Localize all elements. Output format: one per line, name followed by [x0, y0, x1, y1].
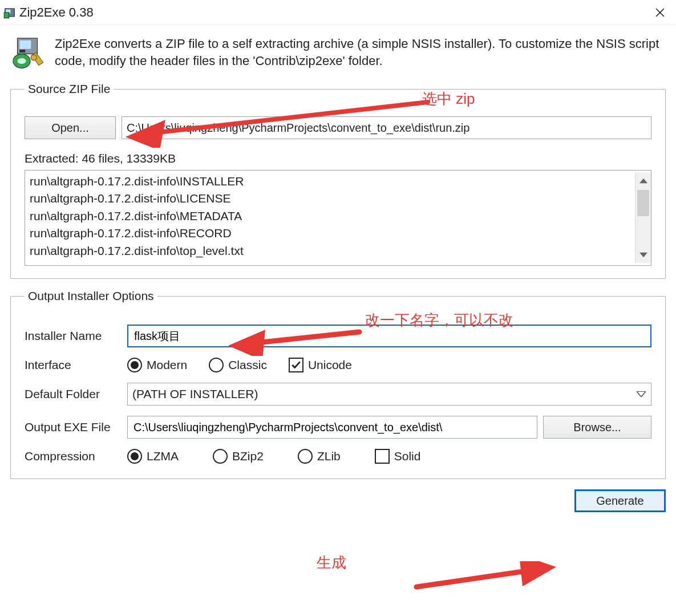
open-button-label: Open...	[51, 121, 89, 135]
scroll-down-icon[interactable]	[635, 247, 651, 263]
checkbox-icon	[289, 358, 303, 372]
output-exe-input-wrapper	[127, 416, 537, 439]
svg-rect-8	[19, 50, 25, 52]
description-text: Zip2Exe converts a ZIP file to a self ex…	[55, 35, 666, 70]
interface-classic-radio[interactable]: Classic	[209, 358, 267, 372]
solid-checkbox[interactable]: Solid	[375, 449, 421, 464]
radio-icon	[127, 449, 142, 464]
extracted-files-list[interactable]: run\altgraph-0.17.2.dist-info\INSTALLER …	[25, 170, 651, 266]
list-item: run\altgraph-0.17.2.dist-info\METADATA	[30, 208, 635, 225]
zip2exe-window: Zip2Exe 0.38 Zip2Exe conv	[0, 0, 676, 616]
output-exe-label: Output EXE File	[25, 420, 122, 434]
extracted-status: Extracted: 46 files, 13339KB	[25, 152, 651, 165]
unicode-checkbox[interactable]: Unicode	[289, 358, 352, 372]
chevron-down-icon	[632, 383, 651, 405]
open-button[interactable]: Open...	[25, 116, 116, 139]
source-zip-legend: Source ZIP File	[25, 82, 114, 96]
output-exe-input[interactable]	[132, 420, 532, 435]
list-item: run\altgraph-0.17.2.dist-info\LICENSE	[30, 190, 635, 207]
installer-name-input[interactable]	[133, 329, 646, 343]
radio-icon	[213, 449, 228, 464]
output-options-legend: Output Installer Options	[25, 289, 157, 303]
window-title: Zip2Exe 0.38	[16, 5, 649, 20]
compression-label: Compression	[25, 449, 122, 463]
scroll-thumb[interactable]	[637, 190, 649, 216]
interface-modern-radio[interactable]: Modern	[127, 358, 187, 372]
app-icon	[3, 6, 16, 19]
compression-bzip2-radio[interactable]: BZip2	[213, 449, 264, 464]
list-item: run\altgraph-0.17.2.dist-info\top_level.…	[30, 242, 635, 260]
annotation-generate: 生成	[317, 553, 346, 573]
installer-name-label: Installer Name	[25, 329, 122, 343]
compression-zlib-radio[interactable]: ZLib	[298, 449, 341, 464]
zip-path-display: C:\Users\liuqingzheng\PycharmProjects\co…	[122, 116, 651, 139]
header: Zip2Exe converts a ZIP file to a self ex…	[10, 35, 666, 70]
default-folder-label: Default Folder	[25, 387, 122, 401]
zip2exe-icon	[10, 35, 44, 70]
close-icon[interactable]	[649, 2, 671, 23]
svg-point-10	[18, 58, 26, 64]
svg-point-11	[31, 55, 37, 60]
browse-button[interactable]: Browse...	[543, 416, 651, 439]
list-item: run\altgraph-0.17.2.dist-info\INSTALLER	[30, 173, 635, 190]
generate-button[interactable]: Generate	[574, 489, 666, 512]
default-folder-combo[interactable]: (PATH OF INSTALLER)	[127, 383, 651, 406]
interface-label: Interface	[25, 358, 122, 372]
generate-button-label: Generate	[596, 495, 643, 508]
svg-rect-3	[4, 13, 9, 18]
output-options-group: Output Installer Options Installer Name …	[10, 289, 666, 479]
radio-icon	[209, 358, 224, 372]
titlebar: Zip2Exe 0.38	[0, 0, 676, 25]
checkbox-icon	[375, 449, 390, 464]
compression-lzma-radio[interactable]: LZMA	[127, 449, 179, 464]
radio-icon	[127, 358, 142, 372]
radio-icon	[298, 449, 313, 464]
scroll-up-icon[interactable]	[635, 173, 651, 189]
installer-name-input-wrapper	[127, 325, 651, 347]
source-zip-group: Source ZIP File Open... C:\Users\liuqing…	[10, 82, 666, 279]
list-item: run\altgraph-0.17.2.dist-info\RECORD	[30, 225, 635, 242]
browse-button-label: Browse...	[573, 421, 621, 434]
scrollbar[interactable]	[635, 173, 651, 263]
svg-rect-7	[19, 40, 31, 49]
svg-marker-14	[519, 561, 556, 586]
arrow-icon	[411, 561, 559, 595]
